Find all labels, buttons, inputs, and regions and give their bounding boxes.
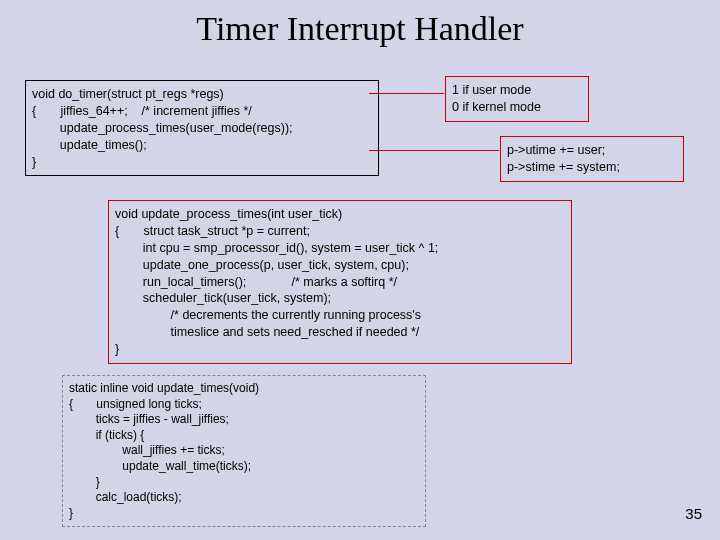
page-number: 35: [685, 505, 702, 522]
code-update-process-times: void update_process_times(int user_tick)…: [108, 200, 572, 364]
connector-line: [369, 93, 444, 94]
code-do-timer: void do_timer(struct pt_regs *regs) { ji…: [25, 80, 379, 176]
code-update-times: static inline void update_times(void) { …: [62, 375, 426, 527]
connector-line: [369, 150, 499, 151]
annotation-user-mode: 1 if user mode 0 if kernel mode: [445, 76, 589, 122]
slide-title: Timer Interrupt Handler: [0, 0, 720, 58]
annotation-utime-stime: p->utime += user; p->stime += system;: [500, 136, 684, 182]
